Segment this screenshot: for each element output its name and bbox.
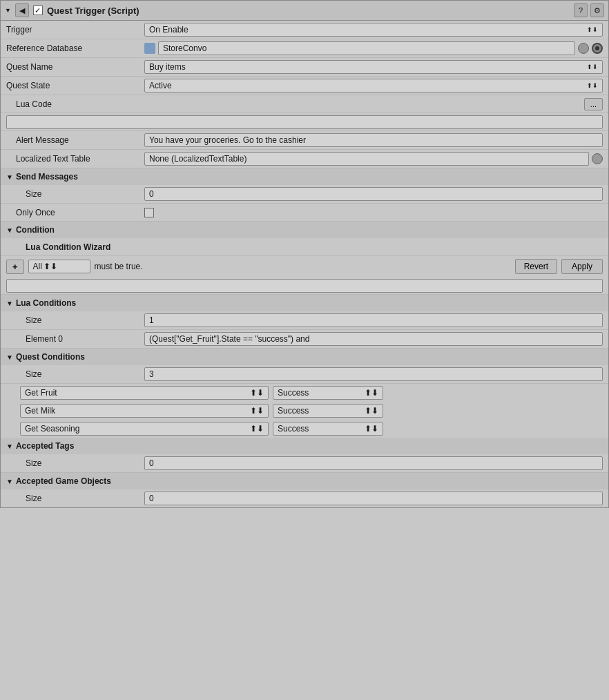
ref-db-value: StoreConvo: [158, 41, 575, 55]
condition-header[interactable]: ▼ Condition: [1, 222, 608, 238]
localized-text-table-field: None (LocalizedTextTable): [144, 152, 603, 166]
quest-condition-0-value: Get Fruit: [25, 388, 57, 398]
panel-title: Quest Trigger (Script): [47, 6, 570, 16]
quest-condition-1-status-arrow-icon: ⬆⬇: [365, 406, 378, 416]
trigger-row: Trigger On Enable ⬆⬇: [1, 21, 608, 39]
quest-name-dropdown-arrow-icon: ⬆⬇: [587, 64, 598, 70]
lua-conditions-title: Lua Conditions: [16, 298, 76, 308]
quest-condition-0-status-value: Success: [278, 388, 309, 398]
send-messages-header[interactable]: ▼ Send Messages: [1, 168, 608, 185]
lua-conditions-element0-label: Element 0: [6, 334, 144, 344]
alert-message-value: You have your groceries. Go to the cashi…: [144, 133, 603, 147]
quest-state-row: Quest State Active ⬆⬇: [1, 77, 608, 95]
accepted-game-objects-title: Accepted Game Objects: [16, 476, 111, 486]
lua-conditions-size-label: Size: [6, 315, 144, 325]
ref-db-inner: StoreConvo: [144, 41, 575, 55]
condition-input[interactable]: [6, 279, 603, 293]
quest-condition-1-status-dropdown[interactable]: Success ⬆⬇: [273, 404, 383, 418]
accepted-game-objects-header[interactable]: ▼ Accepted Game Objects: [1, 473, 608, 489]
send-messages-title: Send Messages: [16, 172, 78, 182]
quest-condition-item-0: Get Fruit ⬆⬇ Success ⬆⬇: [1, 384, 608, 402]
quest-name-row: Quest Name Buy items ⬆⬇: [1, 58, 608, 77]
collapse-arrow-icon[interactable]: ▼: [5, 7, 11, 14]
only-once-label: Only Once: [6, 208, 144, 217]
accepted-tags-size-label: Size: [6, 458, 144, 468]
settings-icon[interactable]: ⚙: [590, 3, 604, 17]
lua-code-row: Lua Code ...: [1, 95, 608, 113]
accepted-game-objects-size-value: 0: [144, 492, 603, 505]
send-messages-size-value: 0: [144, 187, 603, 201]
send-messages-arrow-icon: ▼: [6, 173, 13, 181]
quest-state-dropdown[interactable]: Active ⬆⬇: [144, 79, 603, 93]
apply-button[interactable]: Apply: [561, 259, 603, 274]
condition-all-dropdown[interactable]: All ⬆⬇: [28, 260, 90, 273]
alert-message-row: Alert Message You have your groceries. G…: [1, 131, 608, 150]
help-icon[interactable]: ?: [574, 3, 588, 17]
quest-condition-2-status-dropdown[interactable]: Success ⬆⬇: [273, 422, 383, 436]
quest-conditions-size-row: Size 3: [1, 365, 608, 384]
lua-conditions-header[interactable]: ▼ Lua Conditions: [1, 295, 608, 311]
ref-db-icon: [144, 43, 155, 54]
localized-text-table-value: None (LocalizedTextTable): [144, 152, 589, 166]
quest-conditions-header[interactable]: ▼ Quest Conditions: [1, 349, 608, 365]
collapse-left-icon[interactable]: ◀: [15, 3, 29, 17]
revert-button[interactable]: Revert: [515, 259, 557, 274]
lua-code-field: ...: [144, 98, 603, 110]
quest-conditions-size-field: 3: [144, 367, 603, 381]
lua-conditions-element0-field: (Quest["Get_Fruit"].State == "success") …: [144, 332, 603, 346]
accepted-tags-header[interactable]: ▼ Accepted Tags: [1, 438, 608, 454]
trigger-dropdown[interactable]: On Enable ⬆⬇: [144, 23, 603, 37]
condition-add-button[interactable]: +: [6, 260, 24, 274]
quest-name-dropdown[interactable]: Buy items ⬆⬇: [144, 60, 603, 74]
localized-text-circle-icon[interactable]: [592, 153, 603, 164]
lua-code-ellipsis-button[interactable]: ...: [584, 98, 603, 110]
localized-text-table-label: Localized Text Table: [6, 154, 144, 164]
quest-condition-1-status-value: Success: [278, 406, 309, 416]
header-icons: ? ⚙: [574, 3, 604, 17]
alert-message-field: You have your groceries. Go to the cashi…: [144, 133, 603, 147]
lua-conditions-size-field: 1: [144, 313, 603, 327]
accepted-game-objects-size-row: Size 0: [1, 489, 608, 507]
quest-condition-2-arrow-icon: ⬆⬇: [250, 424, 264, 434]
localized-text-table-row: Localized Text Table None (LocalizedText…: [1, 150, 608, 168]
ref-db-dot-circle-icon[interactable]: [592, 43, 603, 54]
quest-conditions-title: Quest Conditions: [16, 352, 85, 362]
send-messages-size-field: 0: [144, 187, 603, 201]
lua-code-input[interactable]: [6, 115, 603, 129]
quest-trigger-panel: ▼ ◀ Quest Trigger (Script) ? ⚙ Trigger O…: [0, 0, 609, 508]
accepted-game-objects-size-field: 0: [144, 492, 603, 505]
condition-all-dropdown-arrow-icon: ⬆⬇: [44, 262, 57, 271]
quest-condition-2-dropdown[interactable]: Get Seasoning ⬆⬇: [20, 422, 269, 436]
lua-code-input-row: [1, 113, 608, 131]
lua-conditions-size-row: Size 1: [1, 311, 608, 330]
enable-checkbox[interactable]: [33, 6, 43, 15]
quest-condition-2-value: Get Seasoning: [25, 424, 79, 434]
lua-conditions-size-value: 1: [144, 313, 603, 327]
reference-database-row: Reference Database StoreConvo: [1, 39, 608, 58]
trigger-field: On Enable ⬆⬇: [144, 23, 603, 37]
lua-conditions-element0-row: Element 0 (Quest["Get_Fruit"].State == "…: [1, 330, 608, 349]
only-once-checkbox[interactable]: [144, 208, 154, 217]
quest-conditions-size-label: Size: [6, 369, 144, 379]
ref-db-circle-icon[interactable]: [578, 43, 589, 54]
lua-condition-wizard-label: Lua Condition Wizard: [6, 242, 144, 252]
quest-conditions-size-value: 3: [144, 367, 603, 381]
quest-condition-0-arrow-icon: ⬆⬇: [250, 388, 264, 398]
quest-condition-2-status-arrow-icon: ⬆⬇: [365, 424, 378, 434]
trigger-dropdown-arrow-icon: ⬆⬇: [587, 26, 598, 33]
quest-condition-1-value: Get Milk: [25, 406, 55, 416]
condition-controls-row: + All ⬆⬇ must be true. Revert Apply: [1, 256, 608, 277]
quest-conditions-arrow-icon: ▼: [6, 353, 13, 361]
quest-condition-2-status-value: Success: [278, 424, 309, 434]
condition-arrow-icon: ▼: [6, 226, 13, 234]
lua-conditions-arrow-icon: ▼: [6, 300, 13, 307]
quest-condition-0-status-dropdown[interactable]: Success ⬆⬇: [273, 386, 383, 400]
quest-state-label: Quest State: [6, 81, 144, 90]
quest-condition-1-dropdown[interactable]: Get Milk ⬆⬇: [20, 404, 269, 418]
only-once-row: Only Once: [1, 204, 608, 222]
must-be-true-text: must be true.: [95, 262, 143, 271]
only-once-field: [144, 208, 603, 217]
alert-message-label: Alert Message: [6, 135, 144, 145]
quest-condition-0-dropdown[interactable]: Get Fruit ⬆⬇: [20, 386, 269, 400]
accepted-tags-size-row: Size 0: [1, 454, 608, 473]
